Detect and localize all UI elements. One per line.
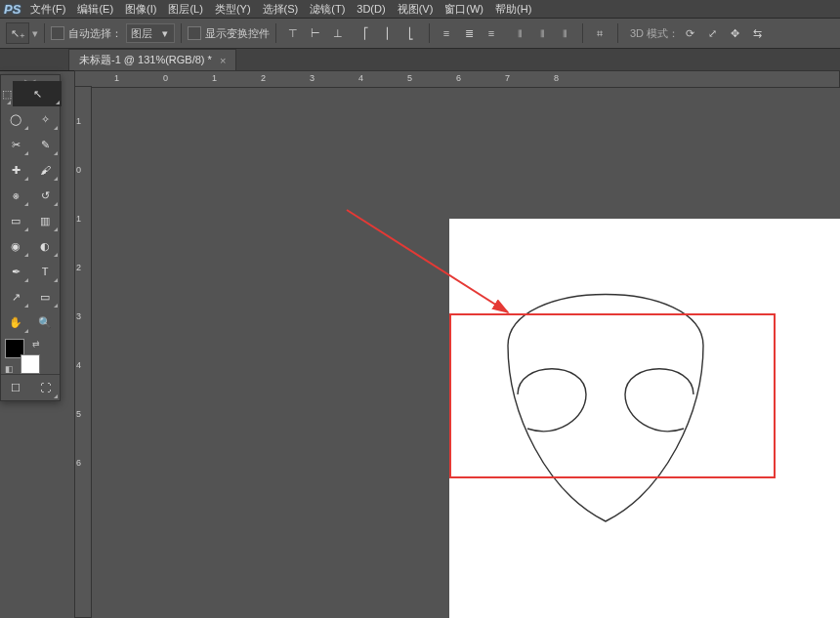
history-icon: ↺ [41,189,50,202]
ruler-tick: 3 [76,311,81,321]
align-left-icon[interactable]: ⎡ [356,23,377,43]
lasso-tool[interactable]: ◯ [1,106,30,132]
swap-colors-icon[interactable]: ⇄ [32,339,40,349]
color-swatches[interactable]: ⇄ ◧ [5,339,56,372]
menu-image[interactable]: 图像(I) [125,2,156,17]
dodge-tool[interactable]: ◐ [30,233,60,259]
3d-pan-icon[interactable]: ✥ [724,23,745,43]
ruler-tick: 7 [505,73,510,83]
canvas[interactable] [449,219,840,618]
dist-vcenter-icon[interactable]: ≣ [458,23,480,43]
lasso-icon: ◯ [10,113,21,126]
ruler-tick: 5 [407,73,412,83]
menu-file[interactable]: 文件(F) [30,2,65,17]
menu-layer[interactable]: 图层(L) [168,2,202,17]
options-bar: ↖₊ ▾ 自动选择： 图层 ▾ 显示变换控件 ⊤ ⊢ ⊥ ⎡ ⎢ ⎣ ≡ ≣ ≡… [0,19,840,49]
blur-tool[interactable]: ◉ [1,233,30,259]
background-color[interactable] [21,354,40,374]
dist-left-icon[interactable]: ⦀ [509,23,530,43]
3d-roll-icon[interactable]: ⤢ [701,23,723,43]
menu-select[interactable]: 选择(S) [263,2,299,17]
marquee-tool[interactable]: ⬚ [1,81,13,106]
show-transform-checkbox[interactable] [188,26,201,40]
marquee-icon: ⬚ [2,88,12,101]
history-brush-tool[interactable]: ↺ [30,183,60,208]
wand-icon: ✧ [41,113,50,126]
dist-hcenter-icon[interactable]: ⦀ [531,23,553,43]
dist-right-icon[interactable]: ⦀ [554,23,575,43]
menu-3d[interactable]: 3D(D) [357,3,385,15]
align-hcenter-icon[interactable]: ⎢ [378,23,399,43]
ruler-tick: 2 [261,73,266,83]
pen-icon: ✒ [12,266,21,278]
ruler-tick: 1 [114,73,119,83]
document-tab-bar: 未标题-1 @ 131%(RGB/8) * × [0,49,840,71]
screen-mode-button[interactable]: ⛶ [30,375,60,400]
eraser-tool[interactable]: ▭ [1,208,30,233]
menu-window[interactable]: 窗口(W) [444,2,483,17]
type-tool[interactable]: T [30,259,60,284]
auto-select-target-dropdown[interactable]: 图层 ▾ [126,23,175,43]
3d-orbit-icon[interactable]: ⟳ [679,23,700,43]
auto-select-target: 图层 [131,26,152,41]
ruler-tick: 6 [456,73,461,83]
ruler-tick: 1 [76,214,81,224]
brush-tool[interactable]: 🖌 [30,157,60,183]
gradient-tool[interactable]: ▥ [30,208,60,233]
ruler-tick: 5 [76,409,81,419]
vertical-ruler[interactable]: 1 0 1 2 3 4 5 6 [74,86,92,618]
pen-tool[interactable]: ✒ [1,259,30,284]
crop-icon: ✂ [12,139,21,151]
align-right-icon[interactable]: ⎣ [400,23,422,43]
auto-select-label: 自动选择： [68,26,122,41]
tools-panel: ▸◂ ⬚ ↖ ◯ ✧ ✂ ✎ ✚ 🖌 ⎈ ↺ ▭ ▥ ◉ ◐ ✒ T ↗ ▭ ✋… [0,74,61,401]
hand-tool[interactable]: ✋ [1,309,30,335]
blur-icon: ◉ [11,240,21,253]
close-icon[interactable]: × [220,55,226,66]
screenmode-icon: ⛶ [40,382,51,393]
gradient-icon: ▥ [40,215,50,227]
horizontal-ruler[interactable]: 1 0 1 2 3 4 5 6 7 8 [74,70,840,88]
dist-top-icon[interactable]: ≡ [436,23,457,43]
3d-slide-icon[interactable]: ⇆ [746,23,768,43]
eyedropper-tool[interactable]: ✎ [30,132,60,157]
brush-icon: 🖌 [40,164,51,176]
document-tab[interactable]: 未标题-1 @ 131%(RGB/8) * × [68,49,236,70]
type-icon: T [42,266,49,277]
zoom-icon: 🔍 [38,316,52,329]
healing-tool[interactable]: ✚ [1,157,30,183]
menu-view[interactable]: 视图(V) [398,2,434,17]
align-bottom-icon[interactable]: ⊥ [327,23,349,43]
menu-edit[interactable]: 编辑(E) [77,2,113,17]
eyedropper-icon: ✎ [41,139,50,151]
move-tool[interactable]: ↖ [13,81,62,106]
shape-tool[interactable]: ▭ [30,284,60,309]
stamp-tool[interactable]: ⎈ [1,183,30,208]
path-select-tool[interactable]: ↗ [1,284,30,309]
align-top-icon[interactable]: ⊤ [282,23,304,43]
tool-preset-button[interactable]: ↖₊ [6,22,29,44]
ruler-tick: 2 [76,263,81,272]
wand-tool[interactable]: ✧ [30,106,60,132]
document-tab-title: 未标题-1 @ 131%(RGB/8) * [79,53,212,67]
shape-icon: ▭ [40,291,50,304]
zoom-tool[interactable]: 🔍 [30,309,60,335]
ruler-tick: 6 [76,458,81,468]
dist-bottom-icon[interactable]: ≡ [481,23,502,43]
healing-icon: ✚ [12,164,21,177]
menu-help[interactable]: 帮助(H) [495,2,531,17]
menu-type[interactable]: 类型(Y) [215,2,251,17]
ruler-tick: 0 [76,165,81,175]
menu-bar: PS 文件(F) 编辑(E) 图像(I) 图层(L) 类型(Y) 选择(S) 滤… [0,0,840,19]
quick-mask-button[interactable]: ☐ [1,375,30,400]
crop-tool[interactable]: ✂ [1,132,30,157]
auto-select-checkbox[interactable] [51,26,64,40]
hand-icon: ✋ [9,316,22,329]
chevron-down-icon[interactable]: ▾ [32,27,38,40]
eraser-icon: ▭ [11,215,21,227]
auto-align-icon[interactable]: ⌗ [589,23,610,43]
reset-colors-icon[interactable]: ◧ [5,364,14,374]
ruler-tick: 1 [76,116,81,126]
align-vcenter-icon[interactable]: ⊢ [305,23,326,43]
menu-filter[interactable]: 滤镜(T) [310,2,345,17]
